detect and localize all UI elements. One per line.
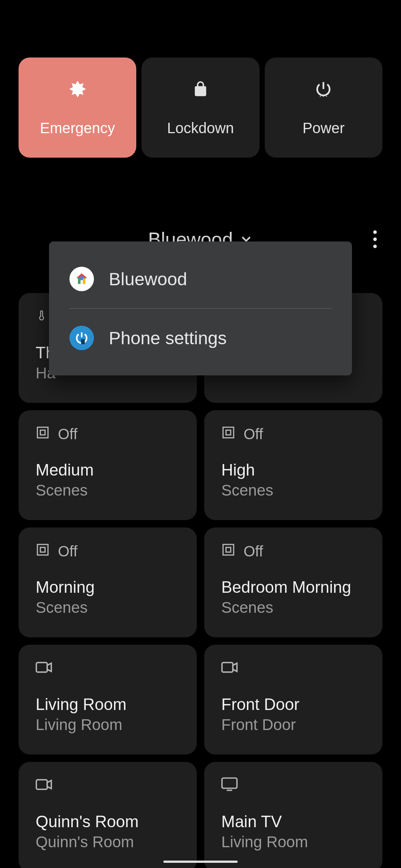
svg-rect-14	[36, 662, 47, 672]
camera-icon	[36, 777, 52, 794]
device-name: Quinn's Room	[36, 812, 180, 831]
device-state: Off	[58, 426, 78, 443]
device-name: High	[221, 461, 365, 479]
top-action-row: Emergency Lockdown Power	[19, 57, 382, 158]
device-card[interactable]: Front Door Front Door	[204, 645, 382, 754]
device-card[interactable]: Off Medium Scenes	[19, 410, 197, 520]
nav-indicator	[163, 861, 238, 863]
power-label: Power	[303, 120, 345, 137]
popup-item-home-label: Bluewood	[109, 269, 187, 289]
svg-point-4	[373, 237, 377, 241]
device-name: Bedroom Morning	[221, 578, 365, 596]
emergency-label: Emergency	[40, 120, 115, 137]
svg-rect-10	[38, 544, 48, 555]
tv-icon	[221, 777, 238, 795]
scene-icon	[221, 543, 235, 560]
svg-rect-9	[226, 430, 231, 435]
device-state: Off	[244, 426, 263, 443]
phone-settings-icon	[69, 326, 94, 350]
device-name: Main TV	[221, 812, 365, 831]
device-state: Off	[58, 543, 78, 560]
svg-rect-7	[40, 430, 45, 435]
google-home-icon	[69, 267, 94, 291]
camera-icon	[221, 660, 238, 677]
power-icon	[314, 79, 333, 99]
home-selector-popup: Bluewood Phone settings	[49, 241, 352, 375]
thermometer-icon	[36, 308, 48, 326]
svg-rect-12	[223, 544, 234, 555]
scene-icon	[221, 425, 235, 443]
device-name: Front Door	[221, 695, 365, 714]
device-state: Off	[244, 543, 263, 560]
scene-icon	[36, 543, 50, 560]
device-card[interactable]: Main TV Living Room	[204, 762, 382, 868]
lockdown-button[interactable]: Lockdown	[141, 57, 259, 158]
scene-icon	[36, 425, 50, 443]
device-name: Medium	[36, 461, 180, 479]
device-sub: Scenes	[221, 599, 365, 617]
svg-point-5	[373, 244, 377, 248]
camera-icon	[36, 660, 52, 677]
device-sub: Front Door	[221, 716, 365, 734]
device-sub: Living Room	[221, 833, 365, 851]
popup-divider	[69, 308, 332, 309]
svg-point-1	[323, 96, 324, 97]
emergency-button[interactable]: Emergency	[19, 57, 136, 158]
svg-rect-11	[40, 547, 45, 552]
device-name: Morning	[36, 578, 180, 596]
device-sub: Living Room	[36, 716, 180, 734]
popup-item-settings[interactable]: Phone settings	[49, 312, 352, 364]
lockdown-label: Lockdown	[167, 120, 234, 137]
svg-point-2	[326, 96, 327, 97]
svg-rect-15	[222, 662, 233, 672]
device-sub: Scenes	[221, 481, 365, 499]
svg-rect-16	[36, 780, 47, 789]
more-vert-icon	[373, 230, 377, 248]
device-card[interactable]: Off Morning Scenes	[19, 527, 197, 637]
device-sub: Scenes	[36, 599, 180, 617]
power-button[interactable]: Power	[265, 57, 382, 158]
svg-rect-8	[223, 427, 234, 438]
svg-point-0	[320, 96, 321, 97]
device-card[interactable]: Off Bedroom Morning Scenes	[204, 527, 382, 637]
svg-rect-20	[81, 339, 85, 344]
device-sub: Scenes	[36, 481, 180, 499]
more-button[interactable]	[364, 228, 386, 250]
svg-rect-17	[222, 778, 237, 788]
svg-rect-6	[38, 427, 48, 438]
device-card[interactable]: Living Room Living Room	[19, 645, 197, 754]
device-name: Living Room	[36, 695, 180, 714]
device-grid: Th Ha Off Medium Scenes	[19, 293, 382, 868]
svg-point-3	[373, 230, 377, 234]
device-card[interactable]: Quinn's Room Quinn's Room	[19, 762, 197, 868]
popup-item-home[interactable]: Bluewood	[49, 253, 352, 305]
lock-icon	[192, 79, 209, 99]
device-card[interactable]: Off High Scenes	[204, 410, 382, 520]
medical-icon	[68, 79, 88, 99]
device-sub: Quinn's Room	[36, 833, 180, 851]
svg-rect-13	[226, 547, 231, 552]
popup-item-settings-label: Phone settings	[109, 328, 227, 348]
